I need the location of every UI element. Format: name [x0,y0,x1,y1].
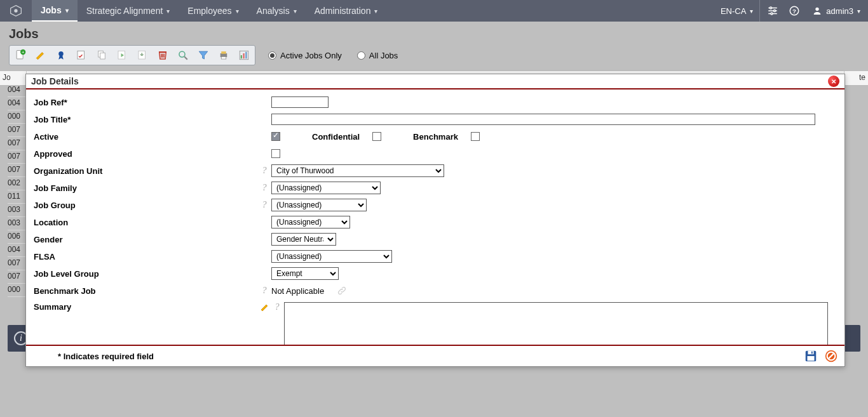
chevron-down-icon: ▾ [374,8,377,15]
radio-label: Active Jobs Only [280,51,342,60]
jobref-cell[interactable]: 002 [8,177,25,190]
modal-footer: * Indicates required field [26,345,844,366]
page-title: Jobs [9,27,859,41]
jobref-cell[interactable]: 000 [8,110,25,124]
help-icon[interactable]: ? [260,166,269,176]
nav-employees[interactable]: Employees▾ [179,0,247,22]
modal-title: Job Details [31,76,79,86]
filter-button[interactable] [194,47,213,63]
jobref-cell[interactable]: 007 [8,257,25,270]
award-button[interactable] [51,47,71,63]
copy-button[interactable] [92,47,111,63]
job-family-select[interactable]: (Unassigned) [271,182,381,194]
help-icon[interactable]: ? [273,302,281,312]
job-group-select[interactable]: (Unassigned) [271,199,367,211]
jobref-cell[interactable]: 007 [8,137,25,150]
svg-point-6 [774,10,776,12]
svg-point-7 [771,13,773,15]
svg-point-25 [179,51,185,57]
help-icon[interactable]: ? [260,200,269,210]
nav-label: Employees [187,6,231,16]
gender-select[interactable]: Gender Neutral [271,233,336,246]
search-button[interactable] [173,47,193,63]
help-icon[interactable]: ? [260,286,269,296]
job-title-input[interactable] [271,114,815,125]
chevron-down-icon: ▾ [857,8,860,15]
help-icon[interactable]: ? [260,183,269,193]
nav-analysis[interactable]: Analysis▾ [248,0,306,22]
new-job-button[interactable]: + [11,47,30,63]
nav-items: Jobs▾ Strategic Alignment▾ Employees▾ An… [32,0,386,22]
help-icon[interactable]: ? [785,2,803,20]
edit-summary-icon[interactable] [260,302,270,312]
print-button[interactable] [214,47,233,63]
job-details-modal: Job Details ✕ Job Ref* Job Title* Active… [25,74,845,367]
jobref-cell[interactable]: 007 [8,270,25,284]
jobref-cell[interactable]: 003 [8,217,25,230]
svg-rect-36 [808,356,815,361]
col-header-far-right[interactable]: te [844,71,868,85]
confidential-checkbox[interactable] [372,132,381,141]
play-button[interactable] [112,47,132,63]
jobref-cell[interactable]: 011 [8,190,25,204]
benchmark-job-value: Not Applicable [271,286,324,296]
summary-textarea[interactable] [284,302,828,345]
delete-button[interactable] [153,47,172,63]
settings-sliders-icon[interactable] [764,2,782,20]
approved-checkbox[interactable] [271,149,280,158]
jobref-cell[interactable]: 004 [8,84,25,97]
label-job-group: Job Group [34,201,76,210]
chevron-down-icon: ▾ [750,8,753,15]
label-job-ref: Job Ref* [34,98,67,107]
close-button[interactable]: ✕ [828,76,839,87]
jobs-toolbar: + [9,45,255,65]
label-job-level-group: Job Level Group [34,269,99,279]
jobref-cell[interactable]: 007 [8,150,25,164]
active-checkbox[interactable] [271,132,280,141]
label-approved: Approved [34,149,72,159]
cancel-button[interactable] [824,349,838,363]
save-button[interactable] [804,349,818,363]
radio-all-jobs[interactable]: All Jobs [357,51,398,60]
job-ref-input[interactable] [271,96,329,108]
col-header-jobref[interactable]: Jo [0,71,27,85]
svg-rect-31 [241,55,242,58]
jobref-cell[interactable]: 007 [8,124,25,137]
jobref-cell[interactable]: 003 [8,204,25,217]
job-level-group-select[interactable]: Exempt [271,267,339,280]
label-active: Active [34,132,58,142]
jobref-cell[interactable]: 006 [8,230,25,244]
nav-label: Analysis [257,6,290,16]
page-header: Jobs [0,22,868,43]
checklist-button[interactable] [72,47,91,63]
label-location: Location [34,218,68,227]
jobref-cell[interactable]: 004 [8,244,25,257]
radio-label: All Jobs [369,51,398,60]
topbar-right: EN-CA ▾ ? admin3 ▾ [714,0,868,22]
edit-button[interactable] [31,47,50,63]
location-select[interactable]: (Unassigned) [271,216,350,228]
nav-label: Administration [315,6,371,16]
jobref-cell[interactable]: 007 [8,164,25,177]
modal-titlebar: Job Details ✕ [26,74,844,89]
svg-rect-17 [100,53,105,59]
label-confidential: Confidential [312,132,360,142]
locale-selector[interactable]: EN-CA ▾ [714,0,760,22]
chevron-down-icon: ▾ [65,7,69,14]
chart-button[interactable] [234,47,254,63]
nav-jobs[interactable]: Jobs▾ [32,0,78,22]
user-menu[interactable]: admin3 ▾ [807,6,860,16]
nav-administration[interactable]: Administration▾ [306,0,387,22]
chevron-down-icon: ▾ [166,8,170,15]
link-icon[interactable] [337,286,347,296]
org-unit-select[interactable]: City of Thurwood [271,164,444,177]
nav-strategic-alignment[interactable]: Strategic Alignment▾ [78,0,179,22]
export-button[interactable] [133,47,152,63]
jobref-cell[interactable]: 000 [8,284,25,297]
locale-label: EN-CA [721,6,746,16]
flsa-select[interactable]: (Unassigned) [271,250,392,263]
radio-active-jobs-only[interactable]: Active Jobs Only [268,51,342,60]
label-benchmark: Benchmark [413,132,458,142]
jobref-cell[interactable]: 004 [8,97,25,110]
benchmark-checkbox[interactable] [471,132,480,141]
